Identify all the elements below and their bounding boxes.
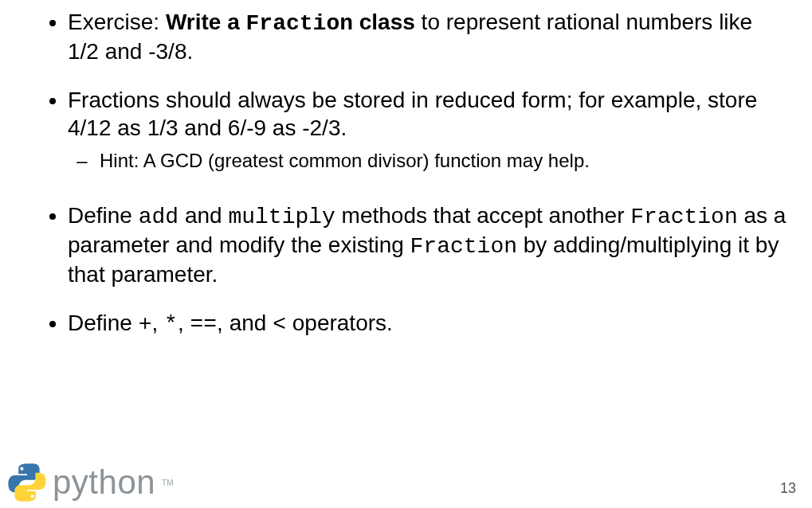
page-number: 13 (780, 480, 796, 497)
b3-c1: add (139, 205, 178, 229)
footer-logo: pythonTM (6, 462, 174, 503)
b3-c3: Fraction (630, 205, 737, 229)
b2-text: Fractions should always be stored in red… (68, 88, 757, 140)
bullet-4: Define +, *, ==, and < operators. (68, 309, 788, 338)
b3-c2: multiply (228, 205, 335, 229)
b4-p5: operators. (286, 311, 393, 335)
b4-p4: , and (217, 311, 273, 335)
b4-p3: , (178, 311, 190, 335)
python-logo-icon (6, 462, 48, 503)
b3-p2: and (178, 203, 228, 228)
b4-p2: , (152, 311, 165, 335)
b1-bold-pre: Write a (166, 10, 246, 34)
b4-p1: Define (68, 311, 139, 335)
b3-p3: methods that accept another (335, 203, 630, 228)
b2-sub-text: Hint: A GCD (greatest common divisor) fu… (100, 150, 590, 171)
bullet-3: Define add and multiply methods that acc… (68, 201, 788, 288)
b1-prefix: Exercise: (68, 10, 166, 34)
b4-c3: == (190, 312, 217, 337)
b3-p1: Define (68, 203, 139, 228)
b2-sub-item: Hint: A GCD (greatest common divisor) fu… (100, 148, 788, 173)
bullet-list: Exercise: Write a Fraction class to repr… (24, 8, 788, 338)
b3-c4: Fraction (410, 234, 517, 259)
logo-tm: TM (162, 479, 173, 487)
logo-text: python (53, 463, 155, 502)
bullet-2: Fractions should always be stored in red… (68, 86, 788, 181)
b4-c1: + (139, 312, 152, 337)
b4-c4: < (273, 312, 286, 337)
b1-code: Fraction (246, 11, 353, 36)
b4-c2: * (164, 312, 178, 337)
slide-body: Exercise: Write a Fraction class to repr… (0, 0, 812, 338)
bullet-1: Exercise: Write a Fraction class to repr… (68, 8, 788, 65)
b1-bold-post: class (353, 10, 415, 34)
bullet-2-sub: Hint: A GCD (greatest common divisor) fu… (68, 148, 788, 173)
